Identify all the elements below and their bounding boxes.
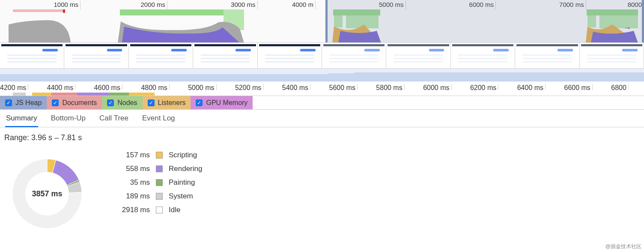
filter-gpu-memory[interactable]: ✓ GPU Memory xyxy=(191,96,253,109)
summary-legend: 157 ms Scripting 558 ms Rendering 35 ms … xyxy=(116,151,202,237)
flame-strip xyxy=(0,93,644,96)
legend-value: 558 ms xyxy=(116,165,150,173)
tick: 5400 ms xyxy=(282,84,310,90)
legend-name: Idle xyxy=(169,206,180,214)
filter-documents[interactable]: ✓ Documents xyxy=(47,96,102,109)
tick: 1000 ms xyxy=(54,1,80,9)
tab-summary[interactable]: Summary xyxy=(5,112,38,127)
summary-tabs: Summary Bottom-Up Call Tree Event Log xyxy=(0,110,644,127)
overview-timeline[interactable]: 1000 ms 2000 ms 3000 ms 4000 m 5000 ms 6… xyxy=(0,0,644,43)
legend-row-rendering: 558 ms Rendering xyxy=(116,165,202,173)
memory-filters: ✓ JS Heap ✓ Documents ✓ Nodes ✓ Listener… xyxy=(0,96,644,110)
filter-nodes[interactable]: ✓ Nodes xyxy=(102,96,142,109)
legend-value: 2918 ms xyxy=(116,206,150,214)
legend-row-scripting: 157 ms Scripting xyxy=(116,151,202,159)
filmstrip-frame[interactable] xyxy=(193,43,257,68)
legend-value: 35 ms xyxy=(116,178,150,187)
legend-name: Scripting xyxy=(169,151,197,159)
filmstrip-frame[interactable] xyxy=(64,43,128,68)
tick: 5200 ms xyxy=(235,84,263,90)
tick: 5000 ms xyxy=(188,84,216,90)
checkbox-checked-icon: ✓ xyxy=(107,99,114,106)
tab-event-log[interactable]: Event Log xyxy=(141,112,176,127)
tick: 6600 ms xyxy=(564,84,593,90)
checkbox-checked-icon: ✓ xyxy=(196,99,203,106)
legend-row-idle: 2918 ms Idle xyxy=(116,206,202,214)
legend-value: 157 ms xyxy=(116,151,150,159)
swatch-icon xyxy=(156,193,163,200)
tick: 5800 ms xyxy=(376,84,404,90)
filmstrip[interactable] xyxy=(0,43,644,69)
tick: 2000 ms xyxy=(141,1,168,9)
filmstrip-frame[interactable] xyxy=(451,43,515,68)
checkbox-checked-icon: ✓ xyxy=(148,99,155,106)
memory-overview[interactable] xyxy=(0,69,644,81)
detail-timeline[interactable]: 4200 ms 4400 ms 4600 ms 4800 ms 5000 ms … xyxy=(0,81,644,96)
filmstrip-frame[interactable] xyxy=(580,43,644,68)
filmstrip-frame[interactable] xyxy=(0,43,64,68)
mem-step xyxy=(0,74,328,81)
filter-label: Listeners xyxy=(158,99,186,107)
tick: 4600 ms xyxy=(94,84,122,90)
filter-label: GPU Memory xyxy=(206,99,247,107)
legend-row-painting: 35 ms Painting xyxy=(116,178,202,187)
tick: 4200 ms xyxy=(0,84,28,90)
tick: 6400 ms xyxy=(517,84,546,90)
legend-value: 189 ms xyxy=(116,192,150,201)
summary-donut-chart: 3857 ms xyxy=(4,151,90,237)
tick: 6800 xyxy=(611,84,629,90)
checkbox-checked-icon: ✓ xyxy=(52,99,59,106)
range-text: Range: 3.96 s – 7.81 s xyxy=(4,133,644,142)
filter-label: Documents xyxy=(62,99,97,107)
mem-step xyxy=(354,72,644,81)
filmstrip-frame[interactable] xyxy=(258,43,322,68)
swatch-icon xyxy=(156,207,163,213)
tick: 6200 ms xyxy=(470,84,498,90)
checkbox-checked-icon: ✓ xyxy=(5,99,12,106)
summary-pane: Range: 3.96 s – 7.81 s 3857 ms 157 ms Sc… xyxy=(0,127,644,237)
swatch-icon xyxy=(156,165,163,172)
filter-label: JS Heap xyxy=(15,99,42,107)
tick: 4000 m xyxy=(292,1,316,9)
tab-bottom-up[interactable]: Bottom-Up xyxy=(50,112,86,127)
filter-js-heap[interactable]: ✓ JS Heap xyxy=(0,96,47,109)
tick: 6000 ms xyxy=(423,84,451,90)
filmstrip-frame[interactable] xyxy=(515,43,579,68)
legend-name: System xyxy=(169,192,193,201)
tab-call-tree[interactable]: Call Tree xyxy=(98,112,129,127)
tick: 3000 ms xyxy=(231,1,258,9)
filmstrip-frame[interactable] xyxy=(322,43,386,68)
tick: 5600 ms xyxy=(329,84,358,90)
donut-total: 3857 ms xyxy=(32,189,62,198)
filter-listeners[interactable]: ✓ Listeners xyxy=(143,96,191,109)
legend-name: Painting xyxy=(169,178,195,187)
tick: 4400 ms xyxy=(47,84,75,90)
filmstrip-frame[interactable] xyxy=(386,43,450,68)
mem-step xyxy=(328,73,354,81)
swatch-icon xyxy=(156,152,163,159)
legend-name: Rendering xyxy=(169,165,202,173)
filmstrip-frame[interactable] xyxy=(129,43,193,68)
overview-selection-handle[interactable] xyxy=(325,0,644,42)
filter-label: Nodes xyxy=(117,99,137,107)
legend-row-system: 189 ms System xyxy=(116,192,202,201)
tick: 4800 ms xyxy=(141,84,169,90)
swatch-icon xyxy=(156,179,163,186)
